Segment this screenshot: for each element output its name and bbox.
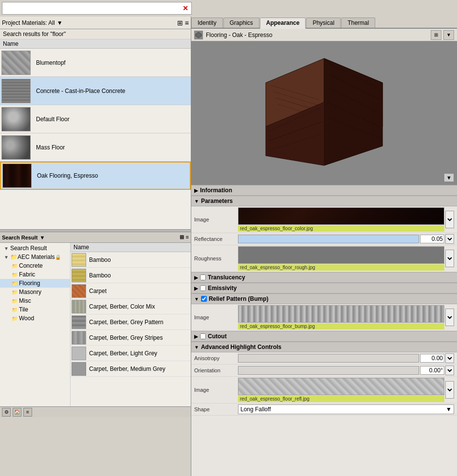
list-icon-btn[interactable]: ≡	[23, 408, 32, 417]
section-label: Translucency	[208, 274, 245, 281]
replace-asset-button[interactable]: ⊞	[431, 30, 441, 40]
image-dropdown[interactable]: ▼	[445, 211, 454, 228]
tree-item-aec[interactable]: ▼ 📁 AEC Materials 🔒	[0, 253, 70, 261]
reflectance-value[interactable]: 0.05	[420, 235, 444, 243]
bottom-grid-icon[interactable]: ⊞	[180, 234, 184, 240]
section-information[interactable]: ▶ Information	[191, 185, 457, 196]
material-name: Concrete - Cast-in-Place Concrete	[32, 88, 125, 94]
material-options-button[interactable]: ▼	[443, 30, 454, 40]
tree-item-misc[interactable]: 📁 Misc	[0, 296, 70, 305]
tree-item-concrete[interactable]: 📁 Concrete	[0, 261, 70, 270]
list-item[interactable]: Bamboo	[71, 268, 191, 283]
tree-label: Concrete	[19, 262, 43, 269]
section-relief[interactable]: ▼ Relief Pattern (Bump)	[191, 293, 457, 304]
list-thumb	[72, 331, 86, 345]
tree-item-fabric[interactable]: 📁 Fabric	[0, 270, 70, 279]
list-item[interactable]: Carpet, Berber, Grey Stripes	[71, 330, 191, 346]
orientation-value[interactable]: 0.00°	[420, 366, 444, 375]
list-item[interactable]: Carpet, Berber, Color Mix	[71, 299, 191, 314]
roughness-texture-preview[interactable]	[238, 246, 444, 264]
grid-view-icon[interactable]: ⊞	[177, 19, 183, 27]
section-label: Emissivity	[208, 285, 237, 292]
bottom-content: ▼ Search Result ▼ 📁 AEC Materials 🔒 📁 Co…	[0, 243, 191, 406]
search-clear-button[interactable]: ✕	[182, 4, 189, 12]
list-view-icon[interactable]: ≡	[185, 19, 189, 27]
prop-label-anisotropy: Anisotropy	[194, 355, 238, 361]
settings-icon-btn[interactable]: ⚙	[2, 408, 11, 417]
translucency-checkbox[interactable]	[200, 275, 206, 280]
reflectance-slider[interactable]	[238, 235, 419, 243]
relief-texture-preview[interactable]	[238, 305, 444, 323]
adv-image-dropdown[interactable]: ▼	[445, 381, 454, 399]
material-preview	[256, 49, 392, 178]
tree-item-masonry[interactable]: 📁 Masonry	[0, 288, 70, 296]
list-name: Carpet, Berber, Medium Grey	[87, 366, 165, 372]
bottom-list-scroll[interactable]: Bamboo Bamboo Carpet	[71, 252, 191, 377]
prop-label-orientation: Orientation	[194, 367, 238, 373]
list-item[interactable]: Carpet	[71, 283, 191, 299]
anisotropy-value[interactable]: 0.00	[420, 354, 444, 363]
search-input[interactable]: floor	[4, 5, 182, 12]
anisotropy-dropdown[interactable]: ▼	[445, 353, 454, 363]
list-thumb	[72, 269, 86, 282]
section-cutout[interactable]: ▶ Cutout	[191, 331, 457, 342]
section-translucency[interactable]: ▶ Translucency	[191, 272, 457, 283]
emissivity-checkbox[interactable]	[200, 285, 206, 291]
tree-label: Flooring	[19, 280, 40, 287]
anisotropy-slider[interactable]	[238, 354, 419, 363]
tree-item-tile[interactable]: 📁 Tile	[0, 305, 70, 314]
prop-row-shape: Shape Long Falloff ▼	[191, 403, 457, 416]
material-thumb	[0, 49, 32, 76]
section-emissivity[interactable]: ▶ Emissivity	[191, 283, 457, 293]
bottom-list-icon[interactable]: ≡	[186, 234, 189, 240]
list-item[interactable]: Carpet, Berber, Medium Grey	[71, 361, 191, 377]
orientation-dropdown[interactable]: ▼	[445, 366, 454, 375]
list-item[interactable]: Carpet, Berber, Light Grey	[71, 346, 191, 361]
tree-item-search-result[interactable]: ▼ Search Result	[0, 244, 70, 253]
table-row[interactable]: Mass Floor	[0, 133, 191, 162]
tree-item-flooring[interactable]: 📁 Flooring	[0, 279, 70, 288]
project-dropdown-arrow[interactable]: ▼	[57, 19, 63, 26]
section-advanced-highlight[interactable]: ▼ Advanced Highlight Controls	[191, 342, 457, 352]
image-texture-preview[interactable]	[238, 207, 444, 225]
roughness-dropdown[interactable]: ▼	[445, 250, 454, 267]
orientation-slider[interactable]	[238, 366, 419, 375]
list-name: Carpet	[87, 288, 107, 294]
prop-label-reflectance: Reflectance	[194, 236, 238, 242]
cutout-checkbox[interactable]	[200, 333, 206, 339]
section-arrow: ▶	[194, 334, 198, 339]
tab-identity[interactable]: Identity	[191, 18, 223, 28]
home-icon-btn[interactable]: 🏠	[13, 408, 21, 417]
preview-options-button[interactable]: ▼	[444, 173, 454, 182]
tab-appearance[interactable]: Appearance	[260, 18, 306, 29]
tab-physical[interactable]: Physical	[306, 18, 341, 28]
material-header: Flooring - Oak - Espresso ⊞ ▼	[191, 29, 457, 41]
tree-label: Fabric	[19, 271, 35, 278]
list-item[interactable]: Bamboo	[71, 252, 191, 268]
prop-label-relief-image: Image	[194, 314, 238, 320]
tab-thermal[interactable]: Thermal	[341, 18, 375, 28]
list-item[interactable]: Carpet, Berber, Grey Pattern	[71, 314, 191, 330]
svg-marker-0	[196, 32, 201, 38]
relief-checkbox[interactable]	[201, 296, 207, 302]
table-row[interactable]: Blumentopf	[0, 49, 191, 77]
lock-icon: 🔒	[55, 255, 61, 260]
bottom-panel-dropdown[interactable]: ▼	[39, 235, 45, 240]
folder-icon: 📁	[12, 316, 18, 321]
table-row[interactable]: Default Floor	[0, 105, 191, 133]
folder-icon: 📁	[12, 290, 18, 295]
tree-item-wood[interactable]: 📁 Wood	[0, 314, 70, 323]
tabs-bar: Identity Graphics Appearance Physical Th…	[191, 17, 457, 29]
list-name: Carpet, Berber, Grey Pattern	[87, 319, 164, 326]
tab-graphics[interactable]: Graphics	[223, 18, 259, 28]
tree-label: Wood	[19, 315, 34, 322]
relief-dropdown[interactable]: ▼	[445, 309, 454, 326]
bottom-list: Name Bamboo Bamboo	[71, 243, 191, 406]
shape-dropdown[interactable]: Long Falloff ▼	[238, 404, 454, 414]
reflectance-dropdown[interactable]: ▼	[445, 234, 454, 244]
section-parameters[interactable]: ▼ Parameters	[191, 196, 457, 206]
tree-label: Misc	[19, 297, 31, 304]
table-row[interactable]: Oak Flooring, Espresso	[0, 162, 191, 190]
adv-texture-preview[interactable]	[238, 378, 444, 395]
table-row[interactable]: Concrete - Cast-in-Place Concrete	[0, 77, 191, 105]
